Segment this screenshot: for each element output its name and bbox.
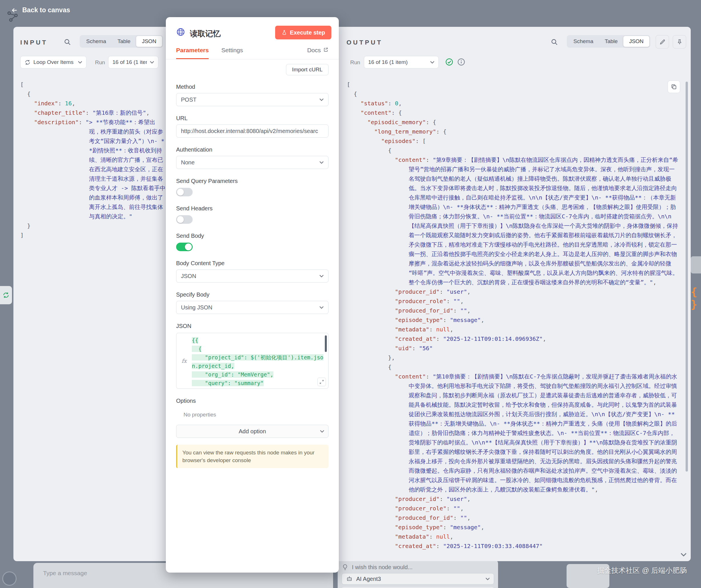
arrow-left-icon — [11, 7, 18, 14]
authentication-value: None — [181, 159, 195, 166]
node-detail-modal: 读取记忆 Execute step Parameters Settings Do… — [166, 17, 339, 573]
chevron-down-icon — [319, 274, 324, 277]
output-run-select[interactable]: 16 of 16 (1 item) — [364, 56, 439, 68]
send-headers-toggle[interactable] — [176, 215, 193, 224]
output-run-label: Run — [350, 59, 360, 66]
input-tab-table[interactable]: Table — [112, 36, 136, 47]
send-body-toggle[interactable] — [176, 243, 193, 251]
output-run-value: 16 of 16 (1 item) — [368, 59, 427, 65]
output-tab-table[interactable]: Table — [599, 36, 623, 47]
chevron-down-icon — [319, 306, 324, 309]
pencil-icon — [659, 39, 666, 45]
wish-input[interactable]: I wish this node would... — [352, 564, 413, 571]
external-link-icon — [323, 47, 328, 52]
output-tab-schema[interactable]: Schema — [568, 36, 599, 47]
node-title: 读取记忆 — [190, 28, 221, 39]
robot-icon — [346, 575, 353, 582]
url-input[interactable]: http://host.docker.internal:8080/api/v2/… — [176, 125, 328, 138]
execute-step-button[interactable]: Execute step — [275, 26, 331, 39]
specify-body-value: Using JSON — [181, 304, 212, 311]
input-run-select[interactable]: 16 of 16 (1 iten — [108, 56, 159, 68]
flask-icon — [281, 30, 287, 35]
parameters-form: Import cURL Method POST URL http://host.… — [166, 59, 339, 573]
input-run-mode-select[interactable]: Loop Over Items — [20, 56, 86, 68]
add-option-label: Add option — [239, 428, 266, 435]
expand-icon — [319, 379, 324, 384]
method-value: POST — [181, 96, 196, 103]
dev-console-notice: You can view the raw requests this node … — [176, 445, 328, 468]
options-empty-text: No properties — [176, 412, 328, 418]
chevron-down-icon — [485, 577, 490, 580]
tab-settings[interactable]: Settings — [221, 46, 243, 59]
authentication-label: Authentication — [176, 146, 328, 153]
input-run-value: 16 of 16 (1 iten — [112, 59, 147, 65]
json-body-editor[interactable]: fx {{ { "project_id": $('初始化项目').item.js… — [176, 333, 328, 389]
chevron-down-icon — [78, 61, 82, 64]
body-content-type-value: JSON — [181, 273, 196, 279]
output-search-icon[interactable] — [550, 38, 558, 47]
docs-link[interactable]: Docs — [307, 46, 328, 59]
output-json-view[interactable]: [{"status": 0,"content": {"episodic_memo… — [347, 80, 678, 554]
options-label: Options — [176, 397, 328, 404]
background-node — [691, 256, 701, 273]
input-view-tabs: Schema Table JSON — [80, 35, 163, 48]
body-content-type-label: Body Content Type — [176, 260, 328, 266]
body-content-type-select[interactable]: JSON — [176, 269, 328, 282]
json-body-code[interactable]: {{ { "project_id": $('初始化项目').item.json.… — [192, 333, 328, 388]
method-select[interactable]: POST — [176, 93, 328, 106]
lightbulb-icon — [341, 564, 348, 571]
tab-parameters[interactable]: Parameters — [176, 46, 209, 59]
send-body-label: Send Body — [176, 232, 328, 239]
copy-output-button[interactable] — [668, 80, 680, 93]
send-query-label: Send Query Parameters — [176, 178, 328, 184]
output-panel-title: OUTPUT — [346, 39, 383, 46]
http-request-node-icon — [176, 27, 185, 38]
run-success-icon — [445, 58, 454, 67]
output-tab-json[interactable]: JSON — [623, 36, 649, 47]
expand-editor-button[interactable] — [317, 378, 326, 386]
chevron-down-icon — [319, 98, 324, 101]
back-to-canvas-button[interactable]: Back to canvas — [11, 6, 70, 14]
model-row[interactable]: DeepSeek Chat Model — [341, 587, 494, 588]
edit-output-button[interactable] — [656, 35, 669, 48]
url-label: URL — [176, 115, 328, 122]
node-suggestion-card: I wish this node would... AI Agent3 Deep… — [338, 560, 498, 588]
loop-icon — [25, 59, 30, 65]
node-tabs: Parameters Settings Docs — [166, 46, 339, 59]
watermark: 掘金技术社区 @ 后端小肥肠 — [597, 566, 687, 575]
expression-fx-badge: fx — [176, 333, 192, 388]
output-scrollbar[interactable] — [686, 81, 688, 471]
chevron-down-icon — [319, 161, 324, 164]
input-run-mode-value: Loop Over Items — [33, 59, 75, 65]
avatar[interactable] — [2, 571, 17, 586]
docs-label: Docs — [307, 47, 321, 54]
input-search-icon[interactable] — [64, 38, 71, 47]
send-query-toggle[interactable] — [176, 188, 193, 196]
output-view-tabs: Schema Table JSON — [567, 35, 650, 48]
input-json-view[interactable]: [{"index": 16,"chapter_title": "第16章：新的信… — [20, 80, 166, 556]
authentication-select[interactable]: None — [176, 156, 328, 169]
refresh-icon — [3, 292, 9, 299]
json-node-icon — [691, 285, 701, 311]
import-curl-button[interactable]: Import cURL — [286, 64, 328, 75]
execute-step-label: Execute step — [290, 29, 325, 36]
pin-output-button[interactable] — [673, 35, 686, 48]
pin-icon — [676, 39, 683, 45]
back-to-canvas-label: Back to canvas — [22, 6, 70, 14]
input-run-label: Run — [95, 59, 105, 66]
editor-scrollbar[interactable] — [325, 335, 327, 352]
agent-select[interactable]: AI Agent3 — [341, 573, 494, 585]
json-body-label: JSON — [176, 323, 328, 330]
chevron-down-icon — [430, 61, 434, 64]
agent-label: AI Agent3 — [356, 576, 381, 582]
chat-placeholder: Type a message — [43, 570, 87, 576]
specify-body-select[interactable]: Using JSON — [176, 301, 328, 314]
scroll-down-icon[interactable] — [680, 553, 687, 558]
add-option-select[interactable]: Add option — [176, 425, 328, 438]
send-headers-label: Send Headers — [176, 205, 328, 212]
loop-node-button[interactable] — [0, 286, 12, 304]
chevron-down-icon — [150, 61, 154, 64]
input-tab-json[interactable]: JSON — [136, 36, 162, 47]
info-icon[interactable] — [457, 58, 466, 67]
input-tab-schema[interactable]: Schema — [80, 36, 112, 47]
